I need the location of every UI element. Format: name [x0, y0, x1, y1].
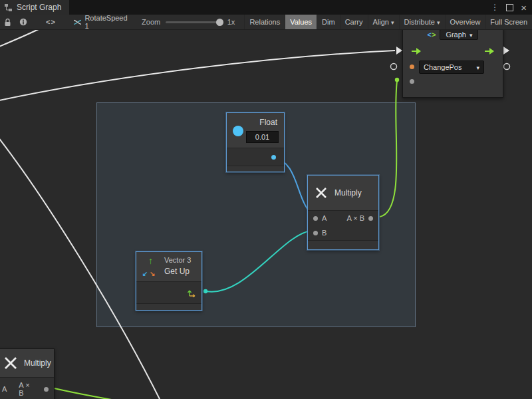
chevron-down-icon: ▾	[469, 32, 473, 39]
script-graph-tab[interactable]: Script Graph	[0, 0, 69, 15]
edit-source-icon[interactable]: <>	[46, 18, 56, 26]
multiply2-output-port[interactable]	[44, 387, 49, 392]
float-output-port[interactable]	[271, 155, 276, 160]
graph-dropdown-label: Graph	[446, 31, 466, 39]
relations-button[interactable]: Relations	[244, 15, 285, 29]
float-node-header[interactable]: Float 0.01	[227, 113, 284, 148]
node-title: Get Up	[164, 267, 190, 276]
flow-out-marker-icon	[503, 47, 509, 55]
up-arrow-icon: ↑	[148, 256, 153, 265]
titlebar: Script Graph ⋮ ×	[0, 0, 532, 15]
chevron-down-icon: ▾	[391, 19, 394, 26]
zoom-slider[interactable]	[166, 15, 223, 29]
float-node[interactable]: Float 0.01	[226, 112, 285, 172]
port-label: B	[322, 229, 327, 237]
multiply2-node-body: A A × B	[0, 378, 54, 399]
full-screen-button[interactable]: Full Screen	[485, 15, 532, 29]
lock-icon[interactable]	[0, 15, 15, 29]
zoom-slider-handle[interactable]	[216, 19, 223, 26]
multiply2-node-header[interactable]: Multiply	[0, 349, 54, 378]
graph-node-port[interactable]	[410, 79, 414, 84]
vector-output-icon[interactable]	[187, 288, 196, 297]
node-title: Multiply	[24, 358, 51, 368]
flow-input-arrow-icon[interactable]	[411, 47, 422, 55]
port-row: B	[308, 225, 378, 240]
overview-button[interactable]: Overview	[445, 15, 485, 29]
vector3-node-footer	[136, 303, 201, 310]
port-row: A A × B	[308, 211, 378, 225]
multiply-icon	[3, 356, 18, 370]
right-edge-port[interactable]	[504, 64, 510, 70]
chevron-down-icon: ▾	[437, 19, 440, 26]
wire-white-corner[interactable]	[0, 28, 41, 48]
wire-multiply2-output[interactable]	[46, 386, 138, 399]
multiply-icon	[315, 186, 328, 200]
multiply-output-port[interactable]	[368, 216, 373, 221]
graph-asset-name: RotateSpeed 1	[84, 14, 128, 30]
script-graph-window: Script Graph ⋮ × <>	[0, 0, 532, 399]
port-label: A	[322, 214, 327, 222]
graph-changepos-node[interactable]: <> Graph ▾ ChangePos ▾	[402, 27, 503, 98]
close-icon[interactable]: ×	[521, 3, 527, 13]
port-label: A × B	[19, 381, 36, 397]
window-title: Script Graph	[17, 3, 61, 12]
graph-toolbar: <> RotateSpeed 1 Zoom 1x Relations Value…	[0, 15, 532, 30]
multiply-node-2[interactable]: Multiply A A × B	[0, 348, 55, 399]
vector-axis-icon: ↙	[142, 271, 148, 277]
port-row: A A × B	[0, 378, 54, 399]
changepos-input-port[interactable]	[410, 65, 414, 69]
port-label: A × B	[346, 214, 364, 222]
float-value-field[interactable]: 0.01	[246, 131, 279, 143]
flow-output-arrow-icon[interactable]	[484, 47, 495, 55]
multiply-input-b-port[interactable]	[313, 231, 318, 235]
zoom-slider-track	[166, 21, 223, 23]
dim-button[interactable]: Dim	[317, 15, 340, 29]
vector3-getup-node[interactable]: ↑ ↙ ↘ Vector 3 Get Up	[136, 251, 202, 311]
float-node-footer	[227, 166, 284, 172]
zoom-value: 1x	[227, 18, 235, 26]
chevron-down-icon: ▾	[476, 65, 479, 71]
changepos-wire-end-port[interactable]	[395, 78, 399, 82]
multiply-node-header[interactable]: Multiply	[308, 176, 378, 211]
node-title: Float	[259, 118, 277, 127]
align-dropdown[interactable]: Align▾	[368, 15, 399, 29]
toolbar-buttons: Relations Values Dim Carry Align▾ Distri…	[244, 15, 532, 29]
float-type-icon	[233, 126, 243, 136]
distribute-dropdown[interactable]: Distribute▾	[399, 15, 445, 29]
info-icon[interactable]	[15, 15, 31, 29]
float-node-body	[227, 148, 284, 166]
multiply-node-body: A A × B B	[308, 211, 378, 240]
vector3-node-body	[136, 282, 201, 303]
node-title: Multiply	[334, 188, 362, 198]
zoom-label: Zoom	[142, 18, 160, 26]
graph-tab-icon	[4, 3, 13, 12]
graph-asset-icon	[73, 19, 82, 26]
maximize-icon[interactable]	[506, 4, 513, 11]
changepos-dropdown-value: ChangePos	[424, 63, 462, 71]
window-controls: ⋮ ×	[491, 3, 532, 13]
vector-axis-icon: ↘	[150, 271, 155, 277]
graph-dropdown[interactable]: Graph ▾	[440, 29, 478, 40]
multiply-input-a-port[interactable]	[313, 216, 318, 221]
node-type-label: Vector 3	[164, 256, 191, 264]
window-menu-icon[interactable]: ⋮	[491, 3, 499, 11]
graph-asset-chip[interactable]: RotateSpeed 1	[73, 14, 128, 30]
multiply-node-footer	[308, 240, 378, 249]
wire-white-top[interactable]	[0, 51, 395, 101]
visual-scripting-logo-icon: <>	[428, 31, 436, 39]
changepos-dropdown[interactable]: ChangePos ▾	[419, 61, 484, 74]
vector3-node-header[interactable]: ↑ ↙ ↘ Vector 3 Get Up	[136, 252, 201, 282]
multiply-node[interactable]: Multiply A A × B B	[307, 175, 379, 250]
left-edge-port[interactable]	[391, 64, 397, 70]
carry-button[interactable]: Carry	[340, 15, 368, 29]
flow-in-marker-icon	[396, 47, 402, 55]
values-button[interactable]: Values	[285, 15, 317, 29]
port-label: A	[2, 385, 7, 393]
